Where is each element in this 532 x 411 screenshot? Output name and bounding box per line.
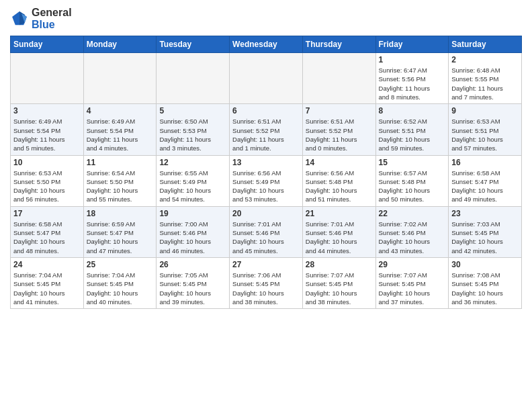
day-number: 22 — [379, 209, 446, 218]
day-info: Sunrise: 7:00 AM Sunset: 5:46 PM Dayligh… — [159, 220, 226, 255]
day-number: 4 — [87, 106, 154, 116]
calendar-cell: 22Sunrise: 7:02 AM Sunset: 5:46 PM Dayli… — [375, 206, 449, 257]
day-info: Sunrise: 7:07 AM Sunset: 5:45 PM Dayligh… — [306, 271, 373, 306]
day-number: 10 — [13, 158, 81, 167]
calendar-cell: 9Sunrise: 6:53 AM Sunset: 5:51 PM Daylig… — [449, 104, 522, 155]
calendar-cell — [230, 53, 303, 104]
calendar-cell: 14Sunrise: 6:56 AM Sunset: 5:48 PM Dayli… — [302, 155, 375, 206]
weekday-header-row: SundayMondayTuesdayWednesdayThursdayFrid… — [11, 36, 522, 53]
day-number: 5 — [159, 106, 226, 116]
weekday-header-saturday: Saturday — [449, 36, 522, 53]
day-number: 2 — [451, 55, 519, 64]
day-number: 19 — [159, 209, 226, 218]
calendar-week-row: 3Sunrise: 6:49 AM Sunset: 5:54 PM Daylig… — [11, 104, 522, 155]
calendar-cell: 26Sunrise: 7:05 AM Sunset: 5:45 PM Dayli… — [157, 257, 230, 308]
day-number: 16 — [451, 158, 519, 167]
day-info: Sunrise: 7:01 AM Sunset: 5:46 PM Dayligh… — [232, 220, 300, 255]
calendar-cell: 13Sunrise: 6:56 AM Sunset: 5:49 PM Dayli… — [230, 155, 303, 206]
day-number: 11 — [87, 158, 154, 167]
day-info: Sunrise: 7:08 AM Sunset: 5:45 PM Dayligh… — [451, 271, 519, 306]
calendar-cell: 18Sunrise: 6:59 AM Sunset: 5:47 PM Dayli… — [83, 206, 157, 257]
day-number: 8 — [379, 106, 446, 116]
calendar-cell: 23Sunrise: 7:03 AM Sunset: 5:45 PM Dayli… — [449, 206, 522, 257]
day-number: 13 — [232, 158, 300, 167]
day-info: Sunrise: 6:52 AM Sunset: 5:51 PM Dayligh… — [379, 117, 446, 152]
day-number: 12 — [159, 158, 226, 167]
day-info: Sunrise: 6:53 AM Sunset: 5:51 PM Dayligh… — [451, 117, 519, 152]
weekday-header-friday: Friday — [375, 36, 449, 53]
weekday-header-wednesday: Wednesday — [230, 36, 303, 53]
calendar-cell: 25Sunrise: 7:04 AM Sunset: 5:45 PM Dayli… — [83, 257, 157, 308]
calendar-cell: 7Sunrise: 6:51 AM Sunset: 5:52 PM Daylig… — [302, 104, 375, 155]
calendar-cell: 21Sunrise: 7:01 AM Sunset: 5:46 PM Dayli… — [302, 206, 375, 257]
day-number: 15 — [379, 158, 446, 167]
calendar-cell — [157, 53, 230, 104]
weekday-header-monday: Monday — [83, 36, 157, 53]
day-number: 18 — [87, 209, 154, 218]
day-number: 7 — [306, 106, 373, 116]
day-number: 14 — [306, 158, 373, 167]
day-number: 17 — [13, 209, 81, 218]
day-info: Sunrise: 6:58 AM Sunset: 5:47 PM Dayligh… — [451, 169, 519, 204]
calendar-cell: 15Sunrise: 6:57 AM Sunset: 5:48 PM Dayli… — [375, 155, 449, 206]
calendar-cell: 3Sunrise: 6:49 AM Sunset: 5:54 PM Daylig… — [11, 104, 84, 155]
day-info: Sunrise: 7:01 AM Sunset: 5:46 PM Dayligh… — [306, 220, 373, 255]
day-info: Sunrise: 6:58 AM Sunset: 5:47 PM Dayligh… — [13, 220, 81, 255]
calendar-cell — [302, 53, 375, 104]
day-number: 9 — [451, 106, 519, 116]
day-info: Sunrise: 6:49 AM Sunset: 5:54 PM Dayligh… — [87, 117, 154, 152]
day-info: Sunrise: 6:55 AM Sunset: 5:49 PM Dayligh… — [159, 169, 226, 204]
calendar-week-row: 10Sunrise: 6:53 AM Sunset: 5:50 PM Dayli… — [11, 155, 522, 206]
calendar-cell: 10Sunrise: 6:53 AM Sunset: 5:50 PM Dayli… — [11, 155, 84, 206]
day-info: Sunrise: 6:50 AM Sunset: 5:53 PM Dayligh… — [159, 117, 226, 152]
calendar-week-row: 17Sunrise: 6:58 AM Sunset: 5:47 PM Dayli… — [11, 206, 522, 257]
weekday-header-sunday: Sunday — [11, 36, 84, 53]
day-number: 6 — [232, 106, 300, 116]
day-info: Sunrise: 6:51 AM Sunset: 5:52 PM Dayligh… — [306, 117, 373, 152]
logo-icon — [10, 9, 29, 28]
logo: General Blue — [10, 7, 72, 30]
calendar-cell: 4Sunrise: 6:49 AM Sunset: 5:54 PM Daylig… — [83, 104, 157, 155]
weekday-header-tuesday: Tuesday — [157, 36, 230, 53]
calendar-cell: 27Sunrise: 7:06 AM Sunset: 5:45 PM Dayli… — [230, 257, 303, 308]
day-info: Sunrise: 7:02 AM Sunset: 5:46 PM Dayligh… — [379, 220, 446, 255]
day-number: 26 — [159, 260, 226, 269]
day-info: Sunrise: 7:04 AM Sunset: 5:45 PM Dayligh… — [87, 271, 154, 306]
day-info: Sunrise: 6:48 AM Sunset: 5:55 PM Dayligh… — [451, 66, 519, 101]
weekday-header-thursday: Thursday — [302, 36, 375, 53]
day-number: 29 — [379, 260, 446, 269]
day-info: Sunrise: 6:54 AM Sunset: 5:50 PM Dayligh… — [87, 169, 154, 204]
calendar-cell: 12Sunrise: 6:55 AM Sunset: 5:49 PM Dayli… — [157, 155, 230, 206]
day-info: Sunrise: 7:07 AM Sunset: 5:45 PM Dayligh… — [379, 271, 446, 306]
calendar-cell: 2Sunrise: 6:48 AM Sunset: 5:55 PM Daylig… — [449, 53, 522, 104]
logo-text: General Blue — [32, 7, 72, 30]
day-number: 3 — [13, 106, 81, 116]
day-info: Sunrise: 7:05 AM Sunset: 5:45 PM Dayligh… — [159, 271, 226, 306]
day-number: 24 — [13, 260, 81, 269]
calendar-cell: 11Sunrise: 6:54 AM Sunset: 5:50 PM Dayli… — [83, 155, 157, 206]
day-info: Sunrise: 6:57 AM Sunset: 5:48 PM Dayligh… — [379, 169, 446, 204]
day-number: 23 — [451, 209, 519, 218]
day-number: 28 — [306, 260, 373, 269]
day-info: Sunrise: 7:03 AM Sunset: 5:45 PM Dayligh… — [451, 220, 519, 255]
calendar-cell: 20Sunrise: 7:01 AM Sunset: 5:46 PM Dayli… — [230, 206, 303, 257]
day-info: Sunrise: 7:04 AM Sunset: 5:45 PM Dayligh… — [13, 271, 81, 306]
day-info: Sunrise: 6:56 AM Sunset: 5:48 PM Dayligh… — [306, 169, 373, 204]
day-info: Sunrise: 6:49 AM Sunset: 5:54 PM Dayligh… — [13, 117, 81, 152]
calendar-cell — [83, 53, 157, 104]
logo-general: General — [32, 7, 72, 18]
day-number: 25 — [87, 260, 154, 269]
calendar-week-row: 24Sunrise: 7:04 AM Sunset: 5:45 PM Dayli… — [11, 257, 522, 308]
day-number: 20 — [232, 209, 300, 218]
page: General Blue SundayMondayTuesdayWednesda… — [0, 0, 532, 316]
day-info: Sunrise: 7:06 AM Sunset: 5:45 PM Dayligh… — [232, 271, 300, 306]
day-info: Sunrise: 6:53 AM Sunset: 5:50 PM Dayligh… — [13, 169, 81, 204]
calendar: SundayMondayTuesdayWednesdayThursdayFrid… — [10, 36, 522, 309]
calendar-cell: 17Sunrise: 6:58 AM Sunset: 5:47 PM Dayli… — [11, 206, 84, 257]
day-number: 1 — [379, 55, 446, 64]
calendar-cell: 24Sunrise: 7:04 AM Sunset: 5:45 PM Dayli… — [11, 257, 84, 308]
calendar-cell: 8Sunrise: 6:52 AM Sunset: 5:51 PM Daylig… — [375, 104, 449, 155]
day-info: Sunrise: 6:59 AM Sunset: 5:47 PM Dayligh… — [87, 220, 154, 255]
header: General Blue — [10, 7, 522, 30]
day-number: 27 — [232, 260, 300, 269]
